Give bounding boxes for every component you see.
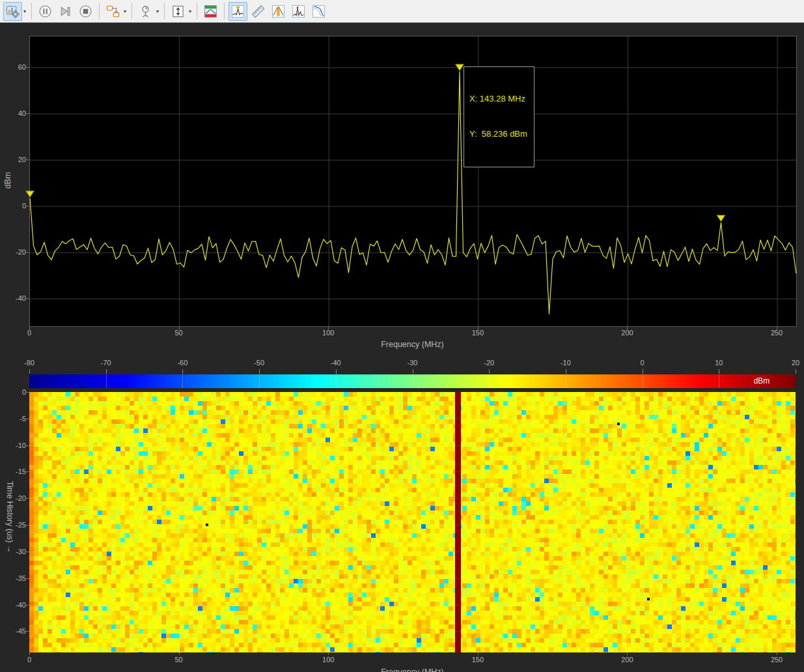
colorbar-tick-label: 20 (776, 358, 804, 367)
signal-selector-dropdown-caret[interactable]: ▾ (124, 3, 126, 20)
colorbar-inner-tick (719, 374, 719, 388)
peak-finder-icon (231, 5, 245, 18)
toolbar-separator (99, 3, 100, 20)
signal-selector-button[interactable] (104, 2, 122, 21)
stop-icon (79, 5, 92, 18)
axis-tick-mark (25, 445, 29, 446)
spectrogram-plot[interactable] (29, 392, 796, 652)
spectrogram-x-tick-label: 50 (159, 655, 199, 664)
ruler-icon (251, 5, 265, 18)
axis-tick-mark (777, 652, 777, 655)
colorbar-inner-tick (566, 374, 566, 388)
axis-tick-mark (25, 67, 29, 68)
spectrum-y-tick-label: -20 (4, 247, 26, 257)
spectrogram-y-tick-label: -30 (4, 547, 26, 556)
peak-marker[interactable] (717, 215, 725, 221)
distortion-icon (292, 5, 305, 18)
spectrum-y-tick-label: 20 (4, 155, 26, 164)
tooltip-x-value: X: 143.28 MHz (469, 93, 527, 105)
colorbar-inner-tick (643, 374, 643, 388)
axis-tick-mark (25, 578, 29, 579)
spectrogram-y-tick-label: -15 (4, 467, 26, 476)
colorbar-inner-tick (336, 374, 337, 388)
spectrum-y-tick-label: 60 (4, 63, 26, 72)
spectrogram-view-button[interactable] (201, 2, 220, 21)
axis-tick-mark (336, 369, 337, 374)
stop-button[interactable] (76, 2, 95, 21)
peak-marker[interactable] (26, 191, 35, 197)
axis-tick-mark (566, 369, 566, 374)
axis-tick-mark (489, 369, 490, 374)
axis-tick-mark (328, 652, 329, 655)
distortion-measurements-button[interactable] (289, 2, 308, 21)
axis-tick-mark (25, 525, 29, 525)
blocks-icon (106, 5, 120, 18)
configuration-dropdown-caret[interactable]: ▾ (23, 3, 26, 20)
axis-tick-mark (25, 605, 29, 606)
axis-tick-mark (29, 369, 30, 374)
spectrogram-x-tick-label: 100 (309, 655, 348, 664)
axis-tick-mark (25, 252, 29, 253)
ccdf-measurements-button[interactable] (309, 2, 328, 21)
spectrum-x-tick-label: 250 (757, 328, 796, 337)
axis-tick-mark (627, 652, 628, 655)
spectrum-x-tick-label: 50 (159, 328, 199, 337)
axis-tick-mark (25, 419, 29, 419)
spectrogram-x-tick-label: 200 (607, 655, 646, 664)
spectrum-plot[interactable] (29, 36, 797, 327)
axis-tick-mark (413, 369, 413, 374)
spectrogram-x-tick-label: 150 (458, 655, 497, 664)
colorbar-tick-label: -80 (10, 358, 49, 367)
pause-icon (38, 5, 52, 18)
spectrum-x-tick-label: 100 (309, 328, 348, 337)
cursor-measurements-button[interactable] (249, 2, 268, 21)
axis-tick-mark (259, 369, 260, 374)
toolbar-separator (224, 3, 225, 20)
peak-finder-button[interactable] (229, 2, 247, 21)
pause-button[interactable] (36, 2, 55, 21)
measurement-probe-dropdown-caret[interactable]: ▾ (156, 3, 159, 20)
spectrogram-y-tick-label: -25 (4, 520, 26, 529)
axis-tick-mark (719, 369, 719, 374)
spectrogram-y-tick-label: -35 (4, 574, 26, 583)
spectrogram-y-tick-label: 0 (4, 387, 26, 397)
axis-tick-mark (179, 652, 180, 655)
spectrum-x-tick-label: 200 (607, 328, 646, 337)
axis-tick-mark (106, 369, 107, 374)
axis-tick-mark (25, 552, 29, 552)
colorbar-tick-label: 10 (699, 358, 738, 367)
axis-tick-mark (25, 471, 29, 472)
spectrum-svg (30, 36, 796, 326)
axis-tick-mark (25, 113, 29, 114)
axis-tick-mark (29, 652, 30, 655)
colorbar-tick-label: -60 (163, 358, 202, 367)
colorbar-tick-label: -30 (393, 358, 432, 367)
autoscale-axes-dropdown-caret[interactable]: ▾ (189, 3, 191, 20)
spectrogram-y-tick-label: -45 (4, 626, 26, 636)
scope-config-icon (6, 5, 20, 18)
colorbar-inner-tick (413, 374, 413, 388)
autoscale-axes-button[interactable] (169, 2, 187, 21)
spectrum-x-axis-label: Frequency (MHz) (29, 340, 796, 349)
spectrum-view-icon (204, 5, 217, 18)
colorbar-inner-tick (106, 374, 107, 388)
axis-tick-mark (478, 326, 478, 329)
colorbar[interactable] (29, 374, 796, 388)
step-icon (59, 5, 72, 18)
colorbar-tick-label: -50 (240, 358, 279, 367)
axis-tick-mark (25, 392, 29, 393)
axis-tick-mark (25, 160, 29, 160)
axis-tick-mark (25, 298, 29, 299)
measurement-probe-button[interactable] (136, 2, 155, 21)
peak-cursor-tooltip[interactable]: X: 143.28 MHz Y: 58.236 dBm (464, 66, 534, 167)
channel-icon (271, 5, 285, 18)
ccdf-icon (312, 5, 326, 18)
spectrum-y-tick-label: 40 (4, 109, 26, 118)
channel-measurements-button[interactable] (269, 2, 288, 21)
colorbar-tick-label: -10 (546, 358, 585, 367)
axis-tick-mark (29, 326, 30, 329)
spectrum-x-tick-label: 0 (10, 328, 49, 337)
colorbar-tick-label: 0 (623, 358, 662, 367)
step-forward-button[interactable] (56, 2, 75, 21)
configuration-button[interactable] (3, 2, 22, 21)
